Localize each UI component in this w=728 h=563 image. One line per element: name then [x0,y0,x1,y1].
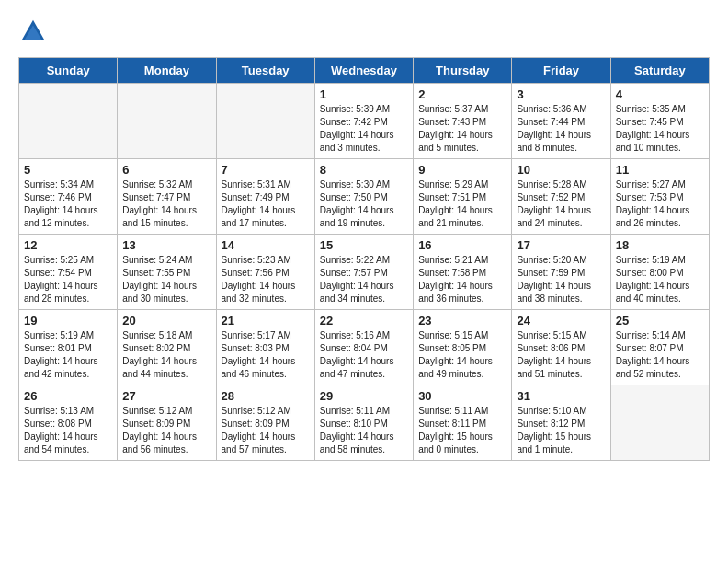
day-info: Sunrise: 5:25 AMSunset: 7:54 PMDaylight:… [24,254,112,305]
day-info: Sunrise: 5:18 AMSunset: 8:02 PMDaylight:… [122,329,210,381]
day-number: 13 [122,238,210,252]
day-info: Sunrise: 5:32 AMSunset: 7:47 PMDaylight:… [122,178,210,230]
day-info: Sunrise: 5:31 AMSunset: 7:49 PMDaylight:… [222,178,310,230]
calendar-cell: 19Sunrise: 5:19 AMSunset: 8:01 PMDayligh… [19,310,118,385]
day-number: 20 [122,314,210,327]
day-number: 22 [320,314,408,327]
day-header-saturday: Saturday [610,58,709,84]
day-number: 27 [122,389,210,403]
calendar-cell: 6Sunrise: 5:32 AMSunset: 7:47 PMDaylight… [118,159,216,235]
calendar-cell: 18Sunrise: 5:19 AMSunset: 8:00 PMDayligh… [610,235,709,310]
day-info: Sunrise: 5:19 AMSunset: 8:01 PMDaylight:… [24,329,112,381]
day-info: Sunrise: 5:22 AMSunset: 7:57 PMDaylight:… [320,254,408,305]
calendar-cell: 24Sunrise: 5:15 AMSunset: 8:06 PMDayligh… [512,310,610,385]
day-number: 29 [320,389,408,403]
day-number: 21 [222,314,310,327]
calendar-cell: 15Sunrise: 5:22 AMSunset: 7:57 PMDayligh… [314,235,413,310]
calendar-table: SundayMondayTuesdayWednesdayThursdayFrid… [18,57,710,461]
day-number: 15 [320,238,408,252]
week-row-1: 1Sunrise: 5:39 AMSunset: 7:42 PMDaylight… [19,84,710,159]
day-info: Sunrise: 5:16 AMSunset: 8:04 PMDaylight:… [320,329,408,381]
day-info: Sunrise: 5:39 AMSunset: 7:42 PMDaylight:… [320,103,408,155]
calendar-cell: 10Sunrise: 5:28 AMSunset: 7:52 PMDayligh… [512,159,610,235]
day-info: Sunrise: 5:15 AMSunset: 8:06 PMDaylight:… [517,329,605,381]
day-number: 2 [418,87,506,101]
day-info: Sunrise: 5:29 AMSunset: 7:51 PMDaylight:… [418,178,506,230]
day-info: Sunrise: 5:35 AMSunset: 7:45 PMDaylight:… [616,103,704,155]
day-number: 26 [24,389,112,403]
day-number: 30 [418,389,506,403]
day-info: Sunrise: 5:34 AMSunset: 7:46 PMDaylight:… [24,178,112,230]
calendar-cell: 2Sunrise: 5:37 AMSunset: 7:43 PMDaylight… [414,84,512,159]
header-row: SundayMondayTuesdayWednesdayThursdayFrid… [19,58,710,84]
calendar-cell: 17Sunrise: 5:20 AMSunset: 7:59 PMDayligh… [512,235,610,310]
day-number: 28 [222,389,310,403]
day-header-wednesday: Wednesday [314,58,413,84]
calendar-cell: 8Sunrise: 5:30 AMSunset: 7:50 PMDaylight… [314,159,413,235]
calendar-cell: 1Sunrise: 5:39 AMSunset: 7:42 PMDaylight… [314,84,413,159]
day-header-tuesday: Tuesday [216,58,314,84]
calendar-cell: 16Sunrise: 5:21 AMSunset: 7:58 PMDayligh… [414,235,512,310]
week-row-3: 12Sunrise: 5:25 AMSunset: 7:54 PMDayligh… [19,235,710,310]
week-row-5: 26Sunrise: 5:13 AMSunset: 8:08 PMDayligh… [19,385,710,461]
day-info: Sunrise: 5:15 AMSunset: 8:05 PMDaylight:… [418,329,506,381]
calendar-cell [118,84,216,159]
day-number: 25 [616,314,704,327]
week-row-4: 19Sunrise: 5:19 AMSunset: 8:01 PMDayligh… [19,310,710,385]
day-info: Sunrise: 5:36 AMSunset: 7:44 PMDaylight:… [517,103,605,155]
day-info: Sunrise: 5:19 AMSunset: 8:00 PMDaylight:… [616,254,704,305]
calendar-cell: 29Sunrise: 5:11 AMSunset: 8:10 PMDayligh… [314,385,413,461]
day-info: Sunrise: 5:12 AMSunset: 8:09 PMDaylight:… [222,405,310,456]
calendar-cell: 14Sunrise: 5:23 AMSunset: 7:56 PMDayligh… [216,235,314,310]
calendar-cell: 9Sunrise: 5:29 AMSunset: 7:51 PMDaylight… [414,159,512,235]
calendar-cell: 30Sunrise: 5:11 AMSunset: 8:11 PMDayligh… [414,385,512,461]
calendar-cell: 28Sunrise: 5:12 AMSunset: 8:09 PMDayligh… [216,385,314,461]
day-number: 23 [418,314,506,327]
day-info: Sunrise: 5:11 AMSunset: 8:10 PMDaylight:… [320,405,408,456]
day-info: Sunrise: 5:28 AMSunset: 7:52 PMDaylight:… [517,178,605,230]
day-info: Sunrise: 5:24 AMSunset: 7:55 PMDaylight:… [122,254,210,305]
calendar-cell: 26Sunrise: 5:13 AMSunset: 8:08 PMDayligh… [19,385,118,461]
day-info: Sunrise: 5:12 AMSunset: 8:09 PMDaylight:… [122,405,210,456]
day-info: Sunrise: 5:30 AMSunset: 7:50 PMDaylight:… [320,178,408,230]
calendar-cell: 21Sunrise: 5:17 AMSunset: 8:03 PMDayligh… [216,310,314,385]
calendar-cell: 13Sunrise: 5:24 AMSunset: 7:55 PMDayligh… [118,235,216,310]
calendar-cell: 11Sunrise: 5:27 AMSunset: 7:53 PMDayligh… [610,159,709,235]
day-number: 12 [24,238,112,252]
day-info: Sunrise: 5:10 AMSunset: 8:12 PMDaylight:… [517,405,605,456]
day-number: 7 [222,163,310,177]
day-header-friday: Friday [512,58,610,84]
day-number: 4 [616,87,704,101]
calendar-cell: 20Sunrise: 5:18 AMSunset: 8:02 PMDayligh… [118,310,216,385]
day-info: Sunrise: 5:17 AMSunset: 8:03 PMDaylight:… [222,329,310,381]
day-number: 9 [418,163,506,177]
day-number: 10 [517,163,605,177]
calendar-cell [216,84,314,159]
calendar-cell: 31Sunrise: 5:10 AMSunset: 8:12 PMDayligh… [512,385,610,461]
day-number: 16 [418,238,506,252]
calendar-cell: 23Sunrise: 5:15 AMSunset: 8:05 PMDayligh… [414,310,512,385]
day-header-thursday: Thursday [414,58,512,84]
calendar-cell: 3Sunrise: 5:36 AMSunset: 7:44 PMDaylight… [512,84,610,159]
day-info: Sunrise: 5:37 AMSunset: 7:43 PMDaylight:… [418,103,506,155]
day-header-monday: Monday [118,58,216,84]
calendar-cell: 12Sunrise: 5:25 AMSunset: 7:54 PMDayligh… [19,235,118,310]
calendar-cell: 25Sunrise: 5:14 AMSunset: 8:07 PMDayligh… [610,310,709,385]
day-number: 19 [24,314,112,327]
day-header-sunday: Sunday [19,58,118,84]
day-number: 6 [122,163,210,177]
day-number: 17 [517,238,605,252]
day-number: 18 [616,238,704,252]
calendar-cell [19,84,118,159]
calendar-cell [610,385,709,461]
day-info: Sunrise: 5:13 AMSunset: 8:08 PMDaylight:… [24,405,112,456]
page-header [18,18,710,48]
day-number: 24 [517,314,605,327]
logo [18,18,50,48]
day-number: 8 [320,163,408,177]
week-row-2: 5Sunrise: 5:34 AMSunset: 7:46 PMDaylight… [19,159,710,235]
calendar-cell: 4Sunrise: 5:35 AMSunset: 7:45 PMDaylight… [610,84,709,159]
day-info: Sunrise: 5:20 AMSunset: 7:59 PMDaylight:… [517,254,605,305]
day-info: Sunrise: 5:27 AMSunset: 7:53 PMDaylight:… [616,178,704,230]
logo-icon [20,18,46,44]
